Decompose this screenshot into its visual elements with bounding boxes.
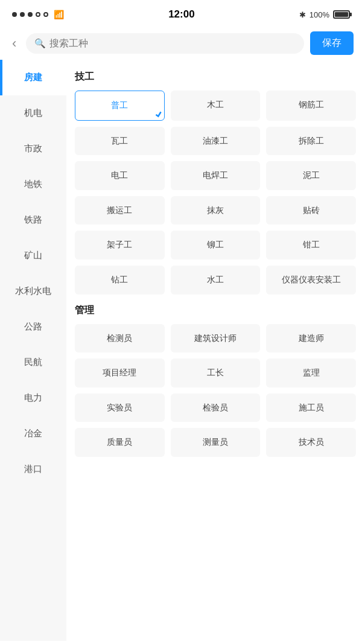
sidebar-item-kuang-shan[interactable]: 矿山 xyxy=(0,238,66,273)
grid-item[interactable]: 油漆工 xyxy=(171,127,261,156)
grid-item[interactable]: 质量员 xyxy=(75,428,165,457)
grid-item[interactable]: 搬运工 xyxy=(75,196,165,225)
grid-item[interactable]: 架子工 xyxy=(75,231,165,260)
grid-item[interactable]: 钢筋工 xyxy=(266,91,356,121)
sidebar-item-gong-lu[interactable]: 公路 xyxy=(0,309,66,345)
save-button[interactable]: 保存 xyxy=(310,31,354,55)
sidebar-item-fang-jian[interactable]: 房建 xyxy=(0,60,66,95)
grid-item[interactable]: 施工员 xyxy=(266,394,356,422)
grid-item[interactable]: 仪器仪表安装工 xyxy=(266,266,356,295)
grid-item[interactable]: 普工 xyxy=(75,91,165,121)
grid-item[interactable]: 监理 xyxy=(266,359,356,387)
battery-percent: 100% xyxy=(310,10,329,19)
sidebar-item-shi-zheng[interactable]: 市政 xyxy=(0,131,66,167)
grid-item[interactable]: 电焊工 xyxy=(171,161,261,190)
grid-item[interactable]: 拆除工 xyxy=(266,127,356,156)
grid-item[interactable]: 实验员 xyxy=(75,394,165,422)
battery-fill xyxy=(335,12,348,17)
section-title: 管理 xyxy=(75,304,356,317)
header: ‹ 🔍 保存 xyxy=(0,27,362,60)
status-time: 12:00 xyxy=(168,8,194,21)
dot5 xyxy=(43,12,48,17)
section-title: 技工 xyxy=(75,71,356,83)
signal-dots: 📶 xyxy=(12,10,64,19)
grid-item[interactable]: 工长 xyxy=(171,359,261,387)
search-bar[interactable]: 🔍 xyxy=(26,33,304,54)
grid-item[interactable]: 木工 xyxy=(171,91,261,121)
sidebar-item-shui-li[interactable]: 水利水电 xyxy=(0,273,66,309)
grid-item[interactable]: 贴砖 xyxy=(266,196,356,225)
grid-item[interactable]: 建造师 xyxy=(266,324,356,353)
grid-item[interactable]: 检测员 xyxy=(75,324,165,353)
bluetooth-icon: ✱ xyxy=(299,10,306,19)
wifi-icon: 📶 xyxy=(54,10,64,19)
sidebar-item-di-tie[interactable]: 地铁 xyxy=(0,167,66,202)
sidebar-item-min-hang[interactable]: 民航 xyxy=(0,345,66,380)
grid-item[interactable]: 抹灰 xyxy=(171,196,261,225)
grid-item[interactable]: 瓦工 xyxy=(75,127,165,156)
back-button[interactable]: ‹ xyxy=(8,34,20,53)
grid-item[interactable]: 铆工 xyxy=(171,231,261,260)
items-grid: 普工木工钢筋工瓦工油漆工拆除工电工电焊工泥工搬运工抹灰贴砖架子工铆工钳工钻工水工… xyxy=(75,91,356,295)
battery-icon xyxy=(333,10,350,19)
sidebar-item-gang-kou[interactable]: 港口 xyxy=(0,451,66,487)
dot4 xyxy=(36,12,40,17)
grid-item[interactable]: 钻工 xyxy=(75,266,165,295)
search-icon: 🔍 xyxy=(34,38,46,49)
dot1 xyxy=(12,12,17,17)
sidebar-item-ji-dian[interactable]: 机电 xyxy=(0,95,66,131)
content-area: 技工普工木工钢筋工瓦工油漆工拆除工电工电焊工泥工搬运工抹灰贴砖架子工铆工钳工钻工… xyxy=(66,60,362,641)
grid-item[interactable]: 电工 xyxy=(75,161,165,190)
sidebar: 房建机电市政地铁铁路矿山水利水电公路民航电力冶金港口 xyxy=(0,60,66,641)
status-right: ✱ 100% xyxy=(299,10,350,19)
dot2 xyxy=(20,12,25,17)
grid-item[interactable]: 技术员 xyxy=(266,428,356,457)
sidebar-item-ye-jin[interactable]: 冶金 xyxy=(0,416,66,451)
main-layout: 房建机电市政地铁铁路矿山水利水电公路民航电力冶金港口 技工普工木工钢筋工瓦工油漆… xyxy=(0,60,362,641)
status-bar: 📶 12:00 ✱ 100% xyxy=(0,0,362,27)
items-grid: 检测员建筑设计师建造师项目经理工长监理实验员检验员施工员质量员测量员技术员 xyxy=(75,324,356,457)
grid-item[interactable]: 项目经理 xyxy=(75,359,165,387)
dot3 xyxy=(28,12,33,17)
grid-item[interactable]: 泥工 xyxy=(266,161,356,190)
grid-item[interactable]: 水工 xyxy=(171,266,261,295)
grid-item[interactable]: 检验员 xyxy=(171,394,261,422)
sidebar-item-dian-li[interactable]: 电力 xyxy=(0,380,66,416)
search-input[interactable] xyxy=(49,38,296,49)
sidebar-item-tie-lu[interactable]: 铁路 xyxy=(0,202,66,238)
grid-item[interactable]: 钳工 xyxy=(266,231,356,260)
grid-item[interactable]: 测量员 xyxy=(171,428,261,457)
grid-item[interactable]: 建筑设计师 xyxy=(171,324,261,353)
